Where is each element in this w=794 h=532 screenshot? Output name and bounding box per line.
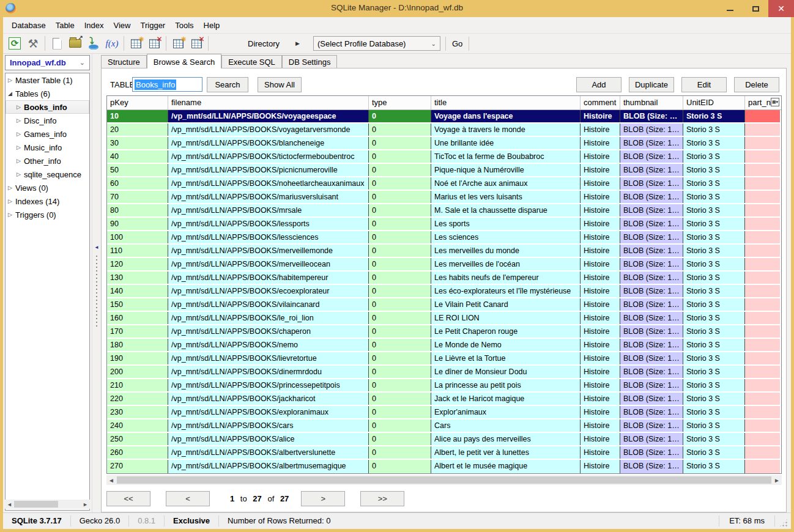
- cell-pkey[interactable]: 220: [107, 393, 168, 405]
- cell-pkey[interactable]: 240: [107, 419, 168, 432]
- cell-type[interactable]: 0: [369, 433, 431, 445]
- cell-type[interactable]: 0: [369, 245, 431, 257]
- cell-title[interactable]: Les habits neufs de l'empereur: [431, 272, 581, 284]
- last-page-button[interactable]: >>: [360, 491, 404, 506]
- cell-thumbnail[interactable]: BLOB (Size: 15496): [620, 204, 683, 216]
- twisty-expanded-icon[interactable]: ◢: [8, 91, 15, 97]
- cell-thumbnail[interactable]: BLOB (Size: 15496): [620, 352, 683, 364]
- table-row[interactable]: 190/vp_mnt/sd/LLN/APPS/BOOKS/lievretortu…: [107, 352, 781, 366]
- cell-filename[interactable]: /vp_mnt/sd/LLN/APPS/BOOKS/le_roi_lion: [168, 312, 369, 324]
- cell-title[interactable]: Albert et le musée magique: [431, 460, 581, 473]
- prev-page-button[interactable]: <: [166, 491, 210, 506]
- table-row[interactable]: 270/vp_mnt/sd/LLN/APPS/BOOKS/albertmusem…: [107, 460, 781, 473]
- cell-thumbnail[interactable]: BLOB (Size: 15496): [620, 164, 683, 176]
- cell-filename[interactable]: /vp_mnt/sd/LLN/APPS/BOOKS/tictocfermebou…: [168, 150, 369, 163]
- cell-part_nu[interactable]: [745, 325, 780, 338]
- cell-thumbnail[interactable]: BLOB (Size: 15496): [620, 298, 683, 311]
- cell-uniteid[interactable]: Storio 3 S: [683, 339, 745, 351]
- cell-title[interactable]: M. Sale et la chaussette disparue: [431, 204, 581, 216]
- cell-type[interactable]: 0: [369, 460, 431, 473]
- import-button[interactable]: ⤵: [85, 35, 102, 52]
- cell-part_nu[interactable]: [745, 204, 780, 216]
- edit-button[interactable]: Edit: [681, 77, 727, 92]
- cell-type[interactable]: 0: [369, 312, 431, 324]
- cell-filename[interactable]: /vp_mnt/sd/LLN/APPS/BOOKS/mrsale: [168, 204, 369, 216]
- tree-item-sqlite-sequence[interactable]: ▷sqlite_sequence: [6, 168, 89, 181]
- cell-uniteid[interactable]: Storio 3 S: [683, 285, 745, 297]
- cell-comment[interactable]: Histoire: [581, 218, 620, 230]
- column-header-title[interactable]: title: [431, 96, 581, 109]
- table-row[interactable]: 20/vp_mnt/sd/LLN/APPS/BOOKS/voyagetarver…: [107, 124, 781, 137]
- table-row[interactable]: 120/vp_mnt/sd/LLN/APPS/BOOKS/merveilleoc…: [107, 258, 781, 272]
- cell-thumbnail[interactable]: BLOB (Size: 15496): [620, 177, 683, 190]
- cell-uniteid[interactable]: Storio 3 S: [683, 272, 745, 284]
- table-row[interactable]: 60/vp_mnt/sd/LLN/APPS/BOOKS/noheetlarche…: [107, 177, 781, 191]
- cell-uniteid[interactable]: Storio 3 S: [683, 419, 745, 432]
- cell-pkey[interactable]: 140: [107, 285, 168, 297]
- tree-item-master-table-1[interactable]: ▷Master Table (1): [6, 73, 89, 87]
- table-row[interactable]: 10/vp_mnt/sd/LLN/APPS/BOOKS/voyageespace…: [107, 110, 781, 124]
- cell-thumbnail[interactable]: BLOB (Size: 15496): [620, 285, 683, 297]
- column-header-type[interactable]: type: [369, 96, 431, 109]
- cell-uniteid[interactable]: Storio 3 S: [683, 406, 745, 418]
- cell-thumbnail[interactable]: BLOB (Size: 15496): [620, 393, 683, 405]
- cell-comment[interactable]: Histoire: [581, 164, 620, 176]
- cell-comment[interactable]: Histoire: [581, 272, 620, 284]
- cell-uniteid[interactable]: Storio 3 S: [683, 460, 745, 473]
- tree-item-disc-info[interactable]: ▷Disc_info: [6, 114, 89, 127]
- cell-comment[interactable]: Histoire: [581, 446, 620, 459]
- cell-type[interactable]: 0: [369, 379, 431, 391]
- table-row[interactable]: 110/vp_mnt/sd/LLN/APPS/BOOKS/merveillemo…: [107, 245, 781, 258]
- first-page-button[interactable]: <<: [106, 491, 150, 506]
- tab-browse-search[interactable]: Browse & Search: [147, 54, 221, 68]
- cell-title[interactable]: Noé et l'Arche aux animaux: [431, 177, 581, 190]
- table-row[interactable]: 130/vp_mnt/sd/LLN/APPS/BOOKS/habitempere…: [107, 272, 781, 285]
- column-header-comment[interactable]: comment: [581, 96, 620, 109]
- tab-structure[interactable]: Structure: [101, 55, 147, 68]
- cell-uniteid[interactable]: Storio 3 S: [683, 352, 745, 364]
- delete-button[interactable]: Delete: [734, 77, 779, 92]
- cell-pkey[interactable]: 230: [107, 406, 168, 418]
- table-row[interactable]: 100/vp_mnt/sd/LLN/APPS/BOOKS/lessciences…: [107, 231, 781, 245]
- drop-table-button[interactable]: ✕: [146, 35, 163, 52]
- cell-type[interactable]: 0: [369, 177, 431, 190]
- add-button[interactable]: Add: [576, 77, 621, 92]
- cell-title[interactable]: Une brillante idée: [431, 137, 581, 149]
- cell-pkey[interactable]: 100: [107, 231, 168, 243]
- cell-comment[interactable]: Histoire: [581, 177, 620, 190]
- cell-filename[interactable]: /vp_mnt/sd/LLN/APPS/BOOKS/voyageespace: [168, 110, 369, 122]
- table-row[interactable]: 80/vp_mnt/sd/LLN/APPS/BOOKS/mrsale0M. Sa…: [107, 204, 781, 218]
- cell-filename[interactable]: /vp_mnt/sd/LLN/APPS/BOOKS/jackharicot: [168, 393, 369, 405]
- tab-db-settings[interactable]: DB Settings: [282, 55, 338, 68]
- cell-thumbnail[interactable]: BLOB (Size: 15496): [620, 150, 683, 163]
- tree-item-books-info[interactable]: ▷Books_info: [6, 100, 89, 114]
- cell-type[interactable]: 0: [369, 393, 431, 405]
- cell-thumbnail[interactable]: BLOB (Size: 15496): [620, 245, 683, 257]
- cell-uniteid[interactable]: Storio 3 S: [683, 325, 745, 338]
- sidebar-horizontal-scrollbar[interactable]: ◄ ►: [5, 500, 90, 509]
- table-row[interactable]: 90/vp_mnt/sd/LLN/APPS/BOOKS/lessports0Le…: [107, 218, 781, 231]
- cell-uniteid[interactable]: Storio 3 S: [683, 150, 745, 163]
- scrollbar-thumb[interactable]: [14, 501, 58, 508]
- cell-type[interactable]: 0: [369, 218, 431, 230]
- twisty-collapsed-icon[interactable]: ▷: [8, 198, 15, 204]
- cell-title[interactable]: Albert, le petit ver à lunettes: [431, 446, 581, 459]
- cell-comment[interactable]: Histoire: [581, 285, 620, 297]
- cell-filename[interactable]: /vp_mnt/sd/LLN/APPS/BOOKS/princessepetit…: [168, 379, 369, 391]
- cell-part_nu[interactable]: [745, 218, 780, 230]
- cell-part_nu[interactable]: [745, 272, 780, 284]
- cell-uniteid[interactable]: Storio 3 S: [683, 110, 745, 122]
- cell-part_nu[interactable]: [745, 339, 780, 351]
- table-row[interactable]: 170/vp_mnt/sd/LLN/APPS/BOOKS/chaperon0Le…: [107, 325, 781, 339]
- cell-part_nu[interactable]: [745, 164, 780, 176]
- cell-type[interactable]: 0: [369, 231, 431, 243]
- cell-title[interactable]: Les merveilles de l'océan: [431, 258, 581, 270]
- cell-uniteid[interactable]: Storio 3 S: [683, 191, 745, 203]
- cell-comment[interactable]: Histoire: [581, 379, 620, 391]
- cell-thumbnail[interactable]: BLOB (Size: 15496): [620, 110, 683, 122]
- tree-item-music-info[interactable]: ▷Music_info: [6, 141, 89, 154]
- cell-type[interactable]: 0: [369, 285, 431, 297]
- cell-pkey[interactable]: 160: [107, 312, 168, 324]
- cell-title[interactable]: Alice au pays des merveilles: [431, 433, 581, 445]
- table-row[interactable]: 140/vp_mnt/sd/LLN/APPS/BOOKS/ecoexplorat…: [107, 285, 781, 298]
